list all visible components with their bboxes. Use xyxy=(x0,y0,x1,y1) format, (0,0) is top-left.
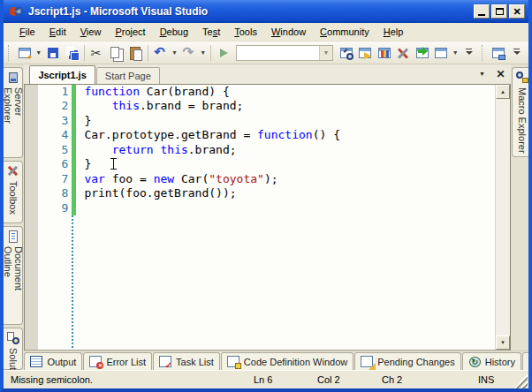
toolbar-grip-2[interactable] xyxy=(482,45,486,61)
bottom-tab-code-definition-window[interactable]: Code Definition Window xyxy=(221,352,353,370)
document-tab-jscript1-js[interactable]: Jscript1.js xyxy=(29,65,95,84)
menu-item-help[interactable]: Help xyxy=(376,24,411,40)
find-in-files-button[interactable] xyxy=(337,43,355,63)
cut-button[interactable] xyxy=(87,43,106,63)
pending-changes-icon xyxy=(361,356,374,368)
bottom-tab-label: History xyxy=(485,357,515,367)
bottom-tab-history[interactable]: ↻History xyxy=(462,352,521,370)
tool-window-tab-label: Macro Explorer xyxy=(517,87,528,154)
properties-window-button[interactable] xyxy=(355,43,374,63)
menu-item-edit[interactable]: Edit xyxy=(42,24,73,40)
code-text: } xyxy=(76,114,91,129)
output-icon xyxy=(30,356,43,368)
scroll-down-icon[interactable]: ▼ xyxy=(496,335,510,350)
navigate-forward-button[interactable] xyxy=(413,43,431,63)
menu-item-file[interactable]: File xyxy=(12,24,42,40)
start-debug-button[interactable] xyxy=(214,43,232,63)
active-files-dropdown-icon[interactable]: ▼ xyxy=(475,67,489,80)
menu-item-view[interactable]: View xyxy=(73,24,109,40)
status-insert-mode: INS xyxy=(478,374,513,385)
code-line-3[interactable]: 3} xyxy=(38,114,495,129)
redo-dropdown[interactable]: ▼ xyxy=(198,43,208,63)
code-line-2[interactable]: 2 this.brand = brand; xyxy=(38,99,495,114)
toolbar-options-chevron[interactable] xyxy=(460,43,479,63)
add-new-item-button[interactable]: ✦ xyxy=(15,43,34,63)
sidebar-left-tab-solutio[interactable]: Solutio xyxy=(4,328,23,370)
menu-item-debug[interactable]: Debug xyxy=(153,24,195,40)
toolbox-button[interactable] xyxy=(393,43,412,63)
add-new-item-dropdown[interactable]: ▼ xyxy=(34,43,43,63)
status-character-indicator: Ch 2 xyxy=(382,374,478,385)
tool-window-tab-label: Document Outline xyxy=(4,246,24,321)
menu-item-test[interactable]: Test xyxy=(195,24,227,40)
object-browser-button[interactable] xyxy=(375,43,393,63)
visual-studio-window: Jscript1.js - Microsoft Visual Studio ✕ … xyxy=(0,0,532,392)
menu-item-tools[interactable]: Tools xyxy=(227,24,264,40)
undo-button[interactable] xyxy=(151,43,170,63)
toolbar-grip[interactable] xyxy=(8,45,12,61)
minimize-button[interactable] xyxy=(474,4,490,19)
close-button[interactable]: ✕ xyxy=(509,4,525,19)
sidebar-right-tab-macro-explorer[interactable]: Macro Explorer xyxy=(512,67,528,157)
bottom-tab-task-list[interactable]: ✓Task List xyxy=(153,352,220,370)
code-line-7[interactable]: 7var foo = new Car("toyota"); xyxy=(38,172,495,187)
sidebar-left-tab-document-outline[interactable]: Document Outline xyxy=(4,226,23,325)
bottom-tab-error-list[interactable]: ✕Error List xyxy=(83,352,152,370)
code-line-5[interactable]: 5 return this.brand; xyxy=(38,143,495,158)
code-text: return this.brand; xyxy=(76,143,236,158)
ibeam-cursor xyxy=(110,158,118,170)
status-column-indicator: Col 2 xyxy=(317,374,382,385)
document-tab-start-page[interactable]: Start Page xyxy=(96,67,160,84)
save-button[interactable] xyxy=(43,43,62,63)
command-window-dropdown[interactable]: ▼ xyxy=(451,43,460,63)
code-editor[interactable]: 1function Car(brand) {2 this.brand = bra… xyxy=(24,84,511,351)
status-line-indicator: Ln 6 xyxy=(254,374,317,385)
line-number: 2 xyxy=(38,99,72,114)
resize-grip[interactable] xyxy=(513,374,528,388)
bottom-tab-find-sy[interactable]: Find Sy xyxy=(522,352,528,370)
code-line-9[interactable]: 9 xyxy=(38,201,495,216)
document-tab-strip: Jscript1.jsStart Page ▼ ✕ xyxy=(24,64,511,84)
paste-button[interactable] xyxy=(125,43,144,63)
bottom-tab-pending-changes[interactable]: Pending Changes xyxy=(354,352,460,370)
line-number: 9 xyxy=(38,201,72,216)
code-area[interactable]: 1function Car(brand) {2 this.brand = bra… xyxy=(38,85,495,350)
menu-item-window[interactable]: Window xyxy=(264,24,313,40)
bottom-tab-label: Output xyxy=(47,357,76,367)
status-bar: Missing semicolon. Ln 6 Col 2 Ch 2 INS xyxy=(4,370,528,388)
sidebar-left-tab-server-explorer[interactable]: Server Explorer xyxy=(4,67,23,158)
tool-window-tab-label: Toolbox xyxy=(8,181,19,215)
toolbar-options-chevron-2[interactable] xyxy=(507,43,526,63)
copy-button[interactable] xyxy=(107,43,125,63)
code-line-4[interactable]: 4Car.prototype.getBrand = function() { xyxy=(38,128,495,143)
solution-configurations-combobox[interactable]: ▼ xyxy=(236,45,332,61)
combobox-dropdown-icon[interactable]: ▼ xyxy=(319,46,332,60)
toolbox-icon xyxy=(6,164,20,178)
bottom-tab-output[interactable]: Output xyxy=(24,352,82,370)
toolbar: ✦ ▼ ▼ ▼ ▼ ▼ xyxy=(4,41,528,64)
code-line-1[interactable]: 1function Car(brand) { xyxy=(38,85,495,100)
save-all-button[interactable] xyxy=(63,43,81,63)
line-number: 5 xyxy=(38,143,72,158)
code-line-8[interactable]: 8print(foo.getBrand()); xyxy=(38,186,495,201)
redo-button[interactable] xyxy=(179,43,198,63)
menu-item-community[interactable]: Community xyxy=(313,24,376,40)
macro-explorer-icon xyxy=(515,71,529,85)
code-text xyxy=(76,201,84,216)
undo-dropdown[interactable]: ▼ xyxy=(170,43,179,63)
indicator-margin[interactable] xyxy=(25,85,38,350)
code-line-6[interactable]: 6} xyxy=(38,157,495,172)
maximize-button[interactable] xyxy=(491,4,507,19)
visual-studio-logo-icon xyxy=(9,4,24,19)
menu-item-project[interactable]: Project xyxy=(108,24,152,40)
command-window-button[interactable] xyxy=(431,43,450,63)
sidebar-left-tab-toolbox[interactable]: Toolbox xyxy=(4,161,23,223)
left-tool-window-strip: Server ExplorerToolboxDocument OutlineSo… xyxy=(4,64,24,370)
scroll-up-icon[interactable]: ▲ xyxy=(496,85,510,99)
close-document-icon[interactable]: ✕ xyxy=(494,67,507,80)
title-bar[interactable]: Jscript1.js - Microsoft Visual Studio ✕ xyxy=(4,0,528,23)
server-explorer-icon xyxy=(6,71,20,85)
vertical-scrollbar[interactable]: ▲ ▼ xyxy=(495,85,510,350)
line-number: 3 xyxy=(38,114,72,129)
compare-window-button[interactable] xyxy=(489,43,507,63)
